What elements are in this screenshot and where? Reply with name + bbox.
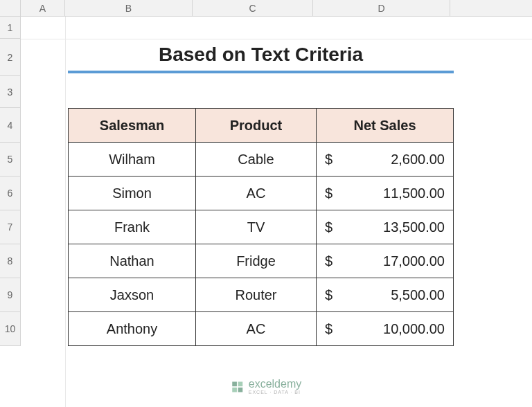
header-salesman[interactable]: Salesman	[69, 109, 196, 143]
row-header-1[interactable]: 1	[0, 17, 20, 39]
cell-salesman[interactable]: Simon	[69, 177, 196, 210]
data-table: Salesman Product Net Sales Wilham Cable …	[68, 108, 454, 346]
amount-value: 11,500.00	[383, 186, 445, 201]
row-header-6[interactable]: 6	[0, 177, 20, 210]
cell-salesman[interactable]: Nathan	[69, 244, 196, 278]
row-header-10[interactable]: 10	[0, 312, 20, 346]
table-row: Wilham Cable $2,600.00	[69, 143, 454, 177]
header-product[interactable]: Product	[196, 109, 317, 143]
row-header-7[interactable]: 7	[0, 210, 20, 244]
svg-rect-3	[238, 387, 243, 392]
cell-product[interactable]: AC	[196, 312, 317, 346]
table-row: Nathan Fridge $17,000.00	[69, 244, 454, 278]
row-headers-col: 1 2 3 4 5 6 7 8 9 10	[0, 17, 21, 346]
table-header-row: Salesman Product Net Sales	[69, 109, 454, 143]
cell-product[interactable]: Router	[196, 278, 317, 312]
svg-rect-1	[238, 381, 243, 386]
cell-net-sales[interactable]: $17,000.00	[317, 244, 454, 278]
cell-salesman[interactable]: Wilham	[69, 143, 196, 177]
table-row: Anthony AC $10,000.00	[69, 312, 454, 346]
title-text: Based on Text Criteria	[159, 44, 363, 66]
spreadsheet: A B C D 1 2 3 4 5 6 7 8 9 10 Based on Te…	[0, 0, 532, 407]
watermark-tagline: EXCEL · DATA · BI	[249, 390, 301, 395]
cell-net-sales[interactable]: $10,000.00	[317, 312, 454, 346]
currency-symbol: $	[325, 287, 332, 303]
cell-net-sales[interactable]: $11,500.00	[317, 177, 454, 210]
title-cell[interactable]: Based on Text Criteria	[68, 39, 454, 73]
row-header-4[interactable]: 4	[0, 108, 20, 143]
column-headers-row: A B C D	[0, 0, 532, 17]
table-body: Wilham Cable $2,600.00 Simon AC $11,500.…	[69, 143, 454, 346]
cell-net-sales[interactable]: $13,500.00	[317, 210, 454, 244]
watermark-text: exceldemy EXCEL · DATA · BI	[249, 379, 301, 395]
amount-value: 13,500.00	[383, 219, 445, 235]
currency-symbol: $	[325, 152, 332, 168]
row-header-5[interactable]: 5	[0, 143, 20, 177]
cell-net-sales[interactable]: $5,500.00	[317, 278, 454, 312]
cell-net-sales[interactable]: $2,600.00	[317, 143, 454, 177]
cell-salesman[interactable]: Anthony	[69, 312, 196, 346]
header-net-sales[interactable]: Net Sales	[317, 109, 454, 143]
cell-product[interactable]: AC	[196, 177, 317, 210]
cell-product[interactable]: Fridge	[196, 244, 317, 278]
row-header-2[interactable]: 2	[0, 39, 20, 76]
row-header-3[interactable]: 3	[0, 76, 20, 108]
col-header-d[interactable]: D	[313, 0, 450, 16]
amount-value: 2,600.00	[391, 152, 445, 168]
amount-value: 17,000.00	[383, 253, 445, 269]
cell-salesman[interactable]: Frank	[69, 210, 196, 244]
svg-rect-2	[232, 387, 237, 392]
table-row: Simon AC $11,500.00	[69, 177, 454, 210]
cells-area[interactable]: Based on Text Criteria Salesman Product …	[21, 17, 532, 407]
cell-product[interactable]: Cable	[196, 143, 317, 177]
currency-symbol: $	[325, 219, 332, 235]
svg-rect-0	[232, 381, 237, 386]
row-header-9[interactable]: 9	[0, 278, 20, 312]
table-row: Frank TV $13,500.00	[69, 210, 454, 244]
currency-symbol: $	[325, 321, 332, 337]
cell-product[interactable]: TV	[196, 210, 317, 244]
col-header-b[interactable]: B	[65, 0, 193, 16]
exceldemy-logo-icon	[231, 380, 245, 394]
currency-symbol: $	[325, 253, 332, 269]
currency-symbol: $	[325, 186, 332, 201]
amount-value: 10,000.00	[383, 321, 445, 337]
cell-salesman[interactable]: Jaxson	[69, 278, 196, 312]
col-header-a[interactable]: A	[21, 0, 65, 16]
amount-value: 5,500.00	[391, 287, 445, 303]
watermark: exceldemy EXCEL · DATA · BI	[231, 379, 301, 395]
col-header-c[interactable]: C	[193, 0, 313, 16]
table-row: Jaxson Router $5,500.00	[69, 278, 454, 312]
watermark-brand: exceldemy	[249, 379, 301, 390]
select-all-corner[interactable]	[0, 0, 21, 16]
row-header-8[interactable]: 8	[0, 244, 20, 278]
